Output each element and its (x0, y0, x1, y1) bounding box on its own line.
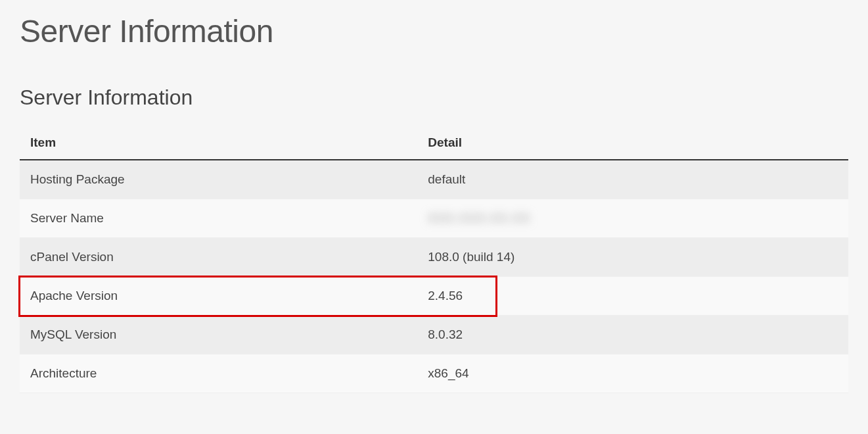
table-cell-item: Apache Version (20, 277, 417, 316)
table-cell-item: MySQL Version (20, 316, 417, 354)
table-cell-detail: 108.0 (build 14) (417, 238, 848, 277)
table-cell-item: cPanel Version (20, 238, 417, 277)
table-row: MySQL Version8.0.32 (20, 316, 848, 354)
table-row: Server NameXXX.XXX.XX.XX (20, 199, 848, 238)
section-title: Server Information (20, 85, 848, 110)
table-cell-item: Architecture (20, 354, 417, 393)
server-info-table-wrapper: Item Detail Hosting PackagedefaultServer… (20, 126, 848, 393)
table-row: cPanel Version108.0 (build 14) (20, 238, 848, 277)
blurred-value: XXX.XXX.XX.XX (428, 211, 530, 226)
table-header-item: Item (20, 126, 417, 160)
table-cell-item: Hosting Package (20, 160, 417, 199)
table-cell-detail: 8.0.32 (417, 316, 848, 354)
table-row: Apache Version2.4.56 (20, 277, 848, 316)
table-row: Architecturex86_64 (20, 354, 848, 393)
server-info-table: Item Detail Hosting PackagedefaultServer… (20, 126, 848, 393)
table-cell-detail: x86_64 (417, 354, 848, 393)
table-cell-item: Server Name (20, 199, 417, 238)
table-cell-detail: default (417, 160, 848, 199)
table-header-detail: Detail (417, 126, 848, 160)
table-cell-detail: 2.4.56 (417, 277, 848, 316)
table-cell-detail: XXX.XXX.XX.XX (417, 199, 848, 238)
page-title: Server Information (20, 0, 848, 56)
table-row: Hosting Packagedefault (20, 160, 848, 199)
